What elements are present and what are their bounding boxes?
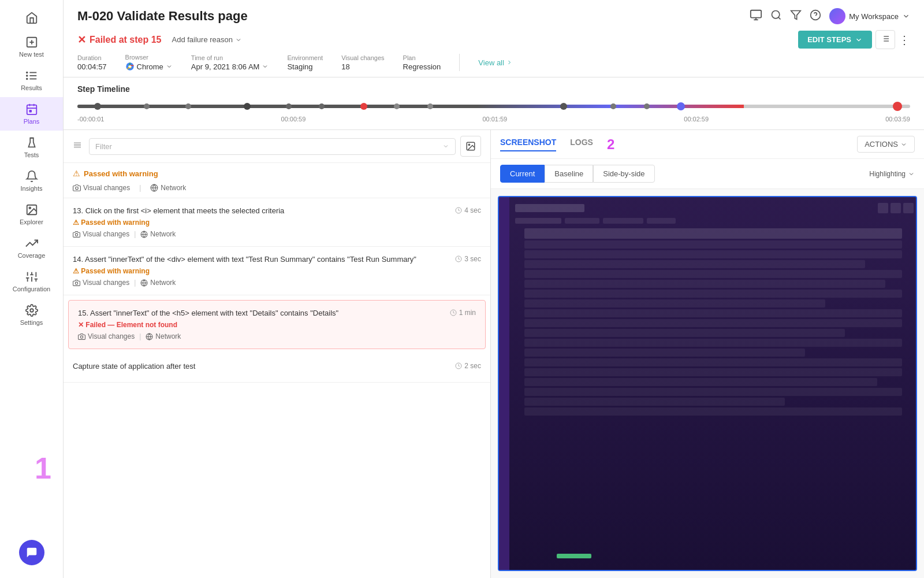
ss-row: [524, 309, 902, 317]
dot-10: [610, 103, 616, 109]
chat-bubble-btn[interactable]: [19, 540, 44, 565]
highlighting-chevron-icon: [908, 171, 915, 177]
step-15-visual[interactable]: Visual changes: [78, 332, 135, 340]
edit-steps-button[interactable]: EDIT STEPS: [798, 31, 872, 49]
browser-value[interactable]: Chrome: [125, 62, 173, 71]
plus-square-icon: [25, 36, 38, 49]
meta-divider: [459, 54, 460, 71]
add-failure-dropdown[interactable]: Add failure reason: [172, 35, 243, 44]
step-15-time: 1 min: [450, 309, 476, 317]
meta-duration: Duration 00:04:57: [77, 54, 107, 71]
add-failure-label: Add failure reason: [172, 35, 233, 44]
svg-point-7: [26, 75, 27, 76]
steps-view-btn[interactable]: [875, 30, 895, 49]
sidebar-item-new-test[interactable]: New test: [0, 30, 63, 64]
dot-red-end: [893, 102, 902, 111]
tab-baseline[interactable]: Baseline: [545, 165, 593, 183]
dropdown-icon: [235, 36, 242, 43]
tab-side-by-side[interactable]: Side-by-side: [593, 165, 654, 183]
screenshot-toggle-btn[interactable]: [460, 136, 481, 157]
header-right: My Workspace: [750, 8, 910, 24]
svg-point-61: [80, 335, 83, 338]
step-13-header: 13. Click on the first <i> element that …: [73, 206, 481, 215]
ss-subheader: [515, 218, 914, 224]
workspace-badge[interactable]: My Workspace: [829, 8, 910, 24]
right-panel: SCREENSHOT LOGS 2 ACTIONS Current Baseli…: [491, 130, 924, 578]
step-item-13[interactable]: 13. Click on the first <i> element that …: [64, 198, 490, 247]
tab-logs[interactable]: LOGS: [570, 138, 593, 151]
svg-point-49: [76, 187, 79, 190]
capture-title: Capture state of application after test: [73, 362, 455, 370]
tl-4: 00:02:59: [684, 116, 709, 123]
highlighting-button[interactable]: Highlighting: [869, 170, 915, 178]
plan-label: Plan: [403, 54, 441, 61]
list-icon: [25, 69, 38, 82]
duration-label: Duration: [77, 54, 107, 61]
step-13-footer: Visual changes | Network: [73, 230, 481, 238]
ss-row: [524, 270, 902, 278]
ss-row: [524, 388, 902, 396]
meta-time: Time of run Apr 9, 2021 8:06 AM: [191, 54, 269, 71]
ss-row: [524, 339, 902, 347]
sidebar-item-configuration[interactable]: Configuration: [0, 265, 63, 298]
header-top: M-020 Validate Results page: [77, 8, 910, 24]
dot-4: [244, 103, 251, 110]
meta-environment: Environment Staging: [287, 54, 323, 71]
sidebar-item-results[interactable]: Results: [0, 64, 63, 97]
view-all-link[interactable]: View all: [478, 58, 513, 67]
calendar-icon: [25, 103, 38, 116]
ss-row: [524, 260, 865, 268]
dot-9: [560, 103, 567, 110]
more-options-btn[interactable]: ⋮: [899, 33, 910, 47]
clock-icon: [455, 207, 462, 214]
prev-visual-tab[interactable]: Visual changes: [73, 184, 130, 192]
browser-label: Browser: [125, 54, 173, 61]
ss-row: [524, 290, 902, 298]
time-label: Time of run: [191, 54, 269, 61]
step-item-14[interactable]: 14. Assert "innerText" of the <div> elem…: [64, 247, 490, 295]
help-icon[interactable]: [810, 9, 821, 23]
fail-status-text: Failed at step 15: [90, 35, 162, 45]
ss-content: [511, 197, 916, 570]
search-icon[interactable]: [770, 9, 782, 23]
visual-label: Visual changes: [341, 54, 384, 61]
camera-icon: [73, 184, 81, 192]
svg-rect-13: [29, 110, 31, 112]
sidebar-item-plans[interactable]: Plans: [0, 97, 63, 131]
sidebar-item-insights[interactable]: Insights: [0, 164, 63, 198]
sidebar-item-explorer[interactable]: Explorer: [0, 198, 63, 231]
dot-11: [644, 103, 650, 109]
chevron-down-icon: [902, 12, 910, 20]
sidebar-item-settings[interactable]: Settings: [0, 298, 63, 332]
time-value[interactable]: Apr 9, 2021 8:06 AM: [191, 62, 269, 71]
tab-screenshot[interactable]: SCREENSHOT: [500, 138, 556, 151]
dot-blue: [677, 102, 685, 110]
capture-header: Capture state of application after test …: [73, 362, 481, 370]
step-item-15[interactable]: 15. Assert "innerText" of the <h5> eleme…: [68, 300, 486, 349]
filter-input[interactable]: Filter: [89, 138, 456, 155]
sidebar-item-tests[interactable]: Tests: [0, 131, 63, 164]
step-14-network[interactable]: Network: [140, 279, 176, 287]
sidebar-item-coverage[interactable]: Coverage: [0, 231, 63, 265]
step-14-visual[interactable]: Visual changes: [73, 279, 129, 287]
svg-point-6: [26, 72, 27, 73]
tab-current[interactable]: Current: [500, 165, 545, 183]
step-14-header: 14. Assert "innerText" of the <div> elem…: [73, 255, 481, 264]
step-14-title: 14. Assert "innerText" of the <div> elem…: [73, 255, 455, 264]
beaker-icon: [25, 136, 38, 149]
step-15-title: 15. Assert "innerText" of the <h5> eleme…: [78, 309, 450, 317]
step-13-network[interactable]: Network: [140, 230, 176, 238]
svg-rect-9: [27, 105, 36, 115]
svg-point-57: [75, 281, 77, 284]
view-tabs: Current Baseline Side-by-side Highlighti…: [491, 159, 924, 189]
filter-icon[interactable]: [790, 9, 802, 23]
step-item-prev[interactable]: ⚠ Passed with warning Visual changes | N…: [64, 163, 490, 198]
prev-network-tab[interactable]: Network: [150, 184, 186, 192]
ss-row: [524, 280, 885, 288]
timeline-bar[interactable]: [77, 99, 910, 113]
sidebar-item-home[interactable]: [0, 6, 63, 30]
actions-button[interactable]: ACTIONS: [857, 136, 915, 153]
step-item-capture[interactable]: Capture state of application after test …: [64, 354, 490, 383]
step-13-visual[interactable]: Visual changes: [73, 230, 129, 238]
step-15-network[interactable]: Network: [146, 332, 181, 340]
